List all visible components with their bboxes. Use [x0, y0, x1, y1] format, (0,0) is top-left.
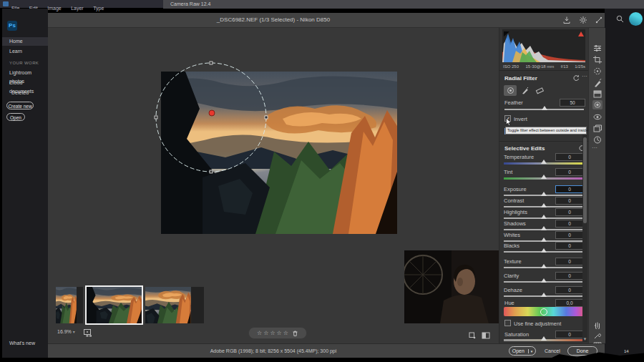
feather-slider[interactable] — [504, 109, 584, 110]
clarity-slider[interactable] — [504, 281, 584, 283]
saturation-slider[interactable] — [504, 339, 584, 341]
edit-sliders-icon[interactable] — [592, 44, 602, 53]
brush-erase-tool[interactable] — [535, 86, 545, 94]
red-eye-icon[interactable] — [592, 112, 602, 122]
radial-filter-title: Radial Filter — [504, 75, 537, 82]
exposure-value[interactable]: 0 — [555, 185, 584, 193]
feather-value[interactable]: 50 — [560, 99, 585, 107]
open-button-sidebar[interactable]: Open — [6, 113, 25, 121]
before-after-view-icon[interactable] — [482, 332, 490, 339]
user-avatar[interactable] — [629, 12, 643, 26]
tint-slider[interactable] — [504, 177, 584, 180]
app-icon[interactable] — [3, 1, 9, 6]
camera-raw-window-tab[interactable]: Camera Raw 12.4 — [163, 0, 644, 9]
fine-adjustment-checkbox[interactable] — [504, 320, 511, 326]
star-icon[interactable]: ☆ — [277, 328, 282, 338]
photo-canvas[interactable] — [161, 72, 397, 234]
scrollbar-thumb[interactable] — [583, 137, 587, 223]
blacks-slider[interactable] — [504, 251, 584, 253]
whites-value[interactable]: 0 — [555, 231, 584, 239]
dehaze-slider[interactable] — [504, 295, 584, 297]
radial-filter-icon-selected[interactable] — [592, 100, 602, 109]
adjustment-brush-icon[interactable] — [592, 78, 602, 87]
star-rating[interactable]: ☆☆☆☆☆ — [248, 327, 307, 339]
star-icon[interactable]: ☆ — [270, 328, 275, 338]
hue-value[interactable]: 0,0 — [555, 299, 584, 307]
clarity-value[interactable]: 0 — [555, 272, 584, 280]
sidebar-item-deleted[interactable]: Deleted — [2, 89, 48, 97]
texture-slider[interactable] — [504, 267, 584, 268]
settings-gear-icon[interactable] — [579, 16, 587, 24]
scroll-down-icon[interactable]: ▼ — [582, 337, 587, 341]
thumbnail-1[interactable] — [56, 287, 83, 323]
hue-slider[interactable] — [504, 307, 584, 316]
menu-type[interactable]: Type — [93, 4, 104, 12]
image-preview-area[interactable]: 16.9% ▾ ☆☆☆☆☆ — [48, 28, 499, 343]
menu-layer[interactable]: Layer — [71, 4, 84, 12]
presets-icon[interactable] — [592, 124, 602, 133]
slider-blacks: Blacks 0 — [504, 243, 584, 257]
sidebar-section-your-work: YOUR WORK — [2, 59, 48, 67]
open-dropdown-chevron[interactable]: ▾ — [528, 349, 533, 353]
more-options-icon[interactable]: ··· — [592, 145, 597, 151]
tint-value[interactable]: 0 — [555, 168, 584, 176]
exposure-slider[interactable] — [504, 195, 584, 196]
star-icon[interactable]: ☆ — [263, 328, 268, 338]
image-info-text[interactable]: Adobe RGB (1998); 8 bit; 8256 x 5504 (45… — [48, 344, 499, 358]
temperature-slider[interactable] — [504, 162, 584, 165]
sidebar-item-whats-new[interactable]: What's new — [2, 339, 48, 348]
shadows-value[interactable]: 0 — [555, 220, 584, 228]
spot-heal-icon[interactable] — [592, 67, 602, 76]
exif-iso: ISO 250 — [503, 63, 519, 70]
photoshop-logo[interactable]: Ps — [7, 21, 17, 31]
filmstrip-toggle-icon[interactable] — [83, 328, 93, 338]
export-icon[interactable] — [562, 16, 571, 24]
invert-label: Invert — [514, 116, 527, 122]
contrast-value[interactable]: 0 — [555, 197, 584, 205]
highlights-slider[interactable] — [504, 217, 584, 219]
ellipse-handle-left[interactable] — [155, 116, 157, 119]
more-options-icon[interactable]: ··· — [582, 73, 587, 79]
hand-tool-icon[interactable] — [592, 320, 602, 329]
star-icon[interactable]: ☆ — [257, 328, 262, 338]
ellipse-handle-top[interactable] — [210, 62, 213, 64]
contrast-slider[interactable] — [504, 206, 584, 207]
slider-temperature: Temperature 0 — [504, 154, 584, 168]
snapshots-icon[interactable] — [592, 135, 602, 145]
histogram[interactable] — [502, 29, 585, 62]
exif-aperture: f/13 — [561, 63, 568, 70]
cycle-settings-icon[interactable] — [469, 332, 476, 339]
menu-image[interactable]: Image — [47, 4, 61, 12]
toggle-fullscreen-icon[interactable] — [595, 16, 603, 24]
cancel-button[interactable]: Cancel — [545, 346, 560, 356]
temperature-value[interactable]: 0 — [555, 153, 584, 161]
zoom-level-dropdown[interactable]: 16.9% ▾ — [57, 329, 75, 334]
open-button[interactable]: Open ▾ — [509, 346, 536, 356]
crop-rotate-icon[interactable] — [592, 55, 602, 64]
panel-scrollbar[interactable]: ▲ ▼ — [582, 127, 587, 342]
white-balance-sampler-icon[interactable] — [592, 331, 602, 340]
thumbnail-3[interactable] — [145, 287, 204, 323]
dehaze-value[interactable]: 0 — [555, 286, 584, 294]
brush-add-tool[interactable] — [521, 86, 530, 94]
saturation-value[interactable]: 0 — [555, 331, 584, 338]
create-new-button[interactable]: Create new — [6, 102, 34, 109]
star-icon[interactable]: ☆ — [283, 328, 288, 338]
shadows-slider[interactable] — [504, 229, 584, 230]
sidebar-item-home[interactable]: Home — [2, 37, 48, 46]
slider-texture: Texture 0 — [504, 258, 584, 273]
thumbnail-2-selected[interactable] — [87, 287, 142, 323]
hue-label: Hue — [504, 300, 514, 306]
sidebar-item-lightroom-photos[interactable]: Lightroom photos — [2, 69, 48, 77]
graduated-filter-icon[interactable] — [592, 89, 602, 99]
search-icon[interactable] — [616, 15, 624, 23]
texture-value[interactable]: 0 — [555, 258, 584, 265]
blacks-value[interactable]: 0 — [555, 242, 584, 250]
reset-icon[interactable] — [572, 74, 580, 82]
trash-icon[interactable] — [292, 330, 298, 337]
highlights-value[interactable]: 0 — [555, 208, 584, 216]
selective-edits-title: Selective Edits — [504, 145, 545, 152]
sidebar-item-cloud-documents[interactable]: Cloud documents — [2, 79, 48, 87]
sidebar-item-learn[interactable]: Learn — [2, 47, 48, 56]
radial-new-tool-selected[interactable] — [504, 85, 517, 96]
